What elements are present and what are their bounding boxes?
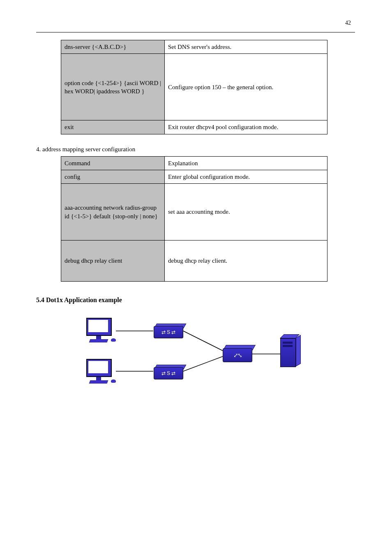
server-icon xyxy=(280,338,301,370)
desc-text: Enter global configuration mode. xyxy=(168,173,250,180)
section-label: 4. address mapping server configuration xyxy=(36,146,355,153)
hdr-text: Explanation xyxy=(168,160,198,166)
cmd-text: exit xyxy=(65,124,74,130)
cell-left-1: option code {<1-254>} {ascii WORD | hex … xyxy=(61,54,165,120)
hdr-text: Command xyxy=(65,160,90,166)
cell-left-2: exit xyxy=(61,120,165,134)
router-icon: ⤢⤡ xyxy=(223,345,252,362)
cell-right-0: Set DNS server's address. xyxy=(165,40,327,54)
cell-left-b2: debug dhcp relay client xyxy=(61,240,165,282)
cmd-text: aaa-accounting network radius-group id {… xyxy=(65,204,158,219)
header-explanation: Explanation xyxy=(165,156,327,170)
cell-right-2: Exit router dhcpv4 pool configuration mo… xyxy=(165,120,327,134)
cell-left-0: dns-server {<A.B.C.D>} xyxy=(61,40,165,54)
cmd-text: dns-server {<A.B.C.D>} xyxy=(65,44,126,50)
desc-text: Configure option 150 – the general optio… xyxy=(168,84,273,90)
cell-left-b1: aaa-accounting network radius-group id {… xyxy=(61,184,165,240)
header-command: Command xyxy=(61,156,165,170)
page-number: 42 xyxy=(345,20,351,26)
switch1-icon: ⇄ S ⇄ xyxy=(154,324,183,338)
svg-line-3 xyxy=(183,356,223,371)
cell-right-b1: set aaa accounting mode. xyxy=(165,184,327,240)
cell-right-b0: Enter global configuration mode. xyxy=(165,170,327,183)
desc-text: Set DNS server's address. xyxy=(168,44,231,50)
switch2-icon: ⇄ S ⇄ xyxy=(154,365,183,379)
heading-dot1x: 5.4 Dot1x Application example xyxy=(36,296,355,304)
cmd-text: debug dhcp relay client xyxy=(65,257,122,264)
dns-server-table: dns-server {<A.B.C.D>} Set DNS server's … xyxy=(61,40,327,134)
pc2-icon xyxy=(86,359,117,388)
svg-line-1 xyxy=(183,331,223,351)
cell-right-b2: debug dhcp relay client. xyxy=(165,240,327,282)
pc1-icon xyxy=(86,318,117,347)
desc-text: debug dhcp relay client. xyxy=(168,257,227,264)
cmd-text: option code {<1-254>} {ascii WORD | hex … xyxy=(65,80,161,95)
header-divider xyxy=(36,32,355,32)
network-diagram: ⇄ S ⇄ ⇄ S ⇄ ⤢⤡ xyxy=(81,312,311,402)
cmd-text: config xyxy=(65,173,80,180)
map-debug-table: Command Explanation config Enter global … xyxy=(61,156,327,282)
desc-text: Exit router dhcpv4 pool configuration mo… xyxy=(168,124,278,130)
cell-right-1: Configure option 150 – the general optio… xyxy=(165,54,327,120)
desc-text: set aaa accounting mode. xyxy=(168,208,230,215)
cell-left-b0: config xyxy=(61,170,165,183)
